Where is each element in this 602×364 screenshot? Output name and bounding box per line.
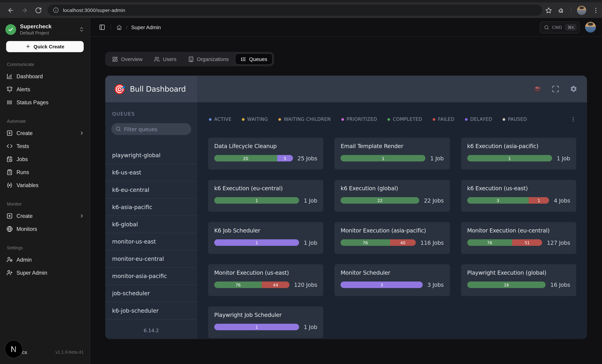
queue-list-item[interactable]: k6-global: [105, 216, 197, 233]
bar-segment-delayed: 5: [277, 155, 293, 161]
queue-card[interactable]: Monitor Execution (us-east) 7644 120 Job…: [208, 264, 323, 296]
queue-card[interactable]: k6 Execution (us-east) 31 4 Jobs: [461, 180, 576, 212]
queue-card[interactable]: Email Template Render 1 1 Job: [334, 138, 450, 169]
bar-segment-count: 76: [236, 282, 241, 287]
queue-card[interactable]: Playwright Execution (global) 16 16 Jobs: [461, 264, 576, 296]
queue-card-title: K6 Job Scheduler: [214, 227, 317, 234]
quick-create-label: Quick Create: [34, 44, 64, 49]
browser-menu-icon[interactable]: [592, 7, 599, 13]
queue-card[interactable]: Monitor Scheduler 3 3 Jobs: [334, 264, 450, 296]
url-text: localhost:3000/super-admin: [63, 7, 125, 13]
user-avatar[interactable]: [585, 22, 596, 32]
content: Overview Users Organizations Queues 🎯 Bu…: [91, 37, 602, 339]
sidebar-item-status-pages[interactable]: Status Pages: [0, 96, 90, 109]
queue-card[interactable]: k6 Execution (asia-pacific) 1 1 Job: [461, 138, 576, 169]
legend-label: PAUSED: [508, 117, 527, 122]
project-switcher[interactable]: Supercheck Default Project: [0, 18, 90, 36]
queue-filter-input[interactable]: [111, 123, 191, 135]
command-search-button[interactable]: CMD ⌘K: [540, 21, 580, 33]
queue-list-item[interactable]: monitor-eu-central: [105, 250, 197, 268]
queue-card[interactable]: Data Lifecycle Cleanup 205 25 Jobs: [208, 138, 323, 169]
address-bar[interactable]: localhost:3000/super-admin: [48, 5, 542, 16]
queue-card-jobs-count: 120 Jobs: [294, 282, 317, 288]
home-icon[interactable]: [116, 24, 122, 30]
job-status-bar: 7640: [341, 239, 416, 246]
sidebar-item-dashboard[interactable]: Dashboard: [0, 70, 90, 83]
browser-reload-icon[interactable]: [35, 7, 42, 13]
sidebar-item-create[interactable]: Create: [0, 127, 90, 140]
bar-segment-delayed: 1: [214, 239, 299, 246]
queue-list-item[interactable]: k6-eu-central: [105, 181, 197, 199]
queue-list-item[interactable]: playwright-global: [105, 147, 197, 164]
browser-forward-icon[interactable]: [21, 7, 28, 13]
settings-gear-icon[interactable]: [570, 85, 578, 93]
site-info-icon[interactable]: [53, 7, 59, 13]
queue-list-item[interactable]: k6-job-scheduler: [105, 302, 197, 320]
queue-card-title: Monitor Scheduler: [341, 270, 444, 276]
sidebar-item-admin[interactable]: Admin: [0, 253, 90, 266]
sidebar-item-jobs[interactable]: Jobs: [0, 153, 90, 166]
redis-icon[interactable]: [534, 85, 541, 93]
sidebar-section: Automate Create Tests Jobs Runs Variable…: [0, 119, 90, 192]
queue-list-item[interactable]: job-scheduler: [105, 285, 197, 302]
queue-card-bar-row: 1 1 Job: [341, 155, 444, 161]
extensions-icon[interactable]: [558, 7, 565, 13]
tab-queues[interactable]: Queues: [235, 53, 272, 65]
sidebar-item-super-admin[interactable]: Super Admin: [0, 266, 90, 279]
queue-card[interactable]: k6 Execution (eu-central) 1 1 Job: [208, 180, 323, 212]
queue-list-item[interactable]: monitor-us-east: [105, 233, 197, 250]
fullscreen-icon[interactable]: [552, 85, 559, 93]
sidebar-section-items: Admin Super Admin: [0, 253, 90, 279]
tab-users[interactable]: Users: [149, 53, 182, 65]
bar-segment-failed: 44: [262, 281, 289, 288]
bell-icon: [7, 86, 13, 93]
sidebar-item-tests[interactable]: Tests: [0, 140, 90, 153]
legend-more-icon[interactable]: [570, 116, 576, 122]
queue-card[interactable]: Monitor Execution (eu-central) 7651 127 …: [461, 222, 576, 254]
sidebar-section-label: Settings: [7, 246, 90, 250]
quick-create-button[interactable]: Quick Create: [6, 41, 84, 52]
bar-segment-count: 16: [504, 282, 509, 287]
queue-card[interactable]: Playwright Job Scheduler 1 1 Job: [208, 306, 323, 338]
queue-list-item[interactable]: k6-us-east: [105, 164, 197, 181]
variable-icon: [7, 182, 13, 188]
sidebar-section-label: Communicate: [7, 62, 90, 67]
sidebar-item-monitors[interactable]: Monitors: [0, 222, 90, 235]
sidebar-toggle-icon[interactable]: [99, 24, 105, 30]
job-status-bar: 1: [214, 239, 299, 246]
app-header: / Super Admin CMD ⌘K: [91, 18, 602, 37]
bull-body: QUEUES playwright-global k6-us-east k6-e…: [105, 102, 587, 339]
queue-card[interactable]: k6 Execution (global) 22 22 Jobs: [334, 180, 450, 212]
sidebar-item-variables[interactable]: Variables: [0, 179, 90, 192]
tab-organizations[interactable]: Organizations: [183, 53, 234, 65]
browser-back-icon[interactable]: [7, 7, 14, 13]
queue-card[interactable]: Monitor Execution (asia-pacific) 7640 11…: [334, 222, 450, 254]
sidebar-item-create[interactable]: Create: [0, 209, 90, 222]
nextjs-dev-badge[interactable]: N: [5, 340, 23, 358]
queue-card[interactable]: K6 Job Scheduler 1 1 Job: [208, 222, 323, 254]
sidebar-section-items: Create Tests Jobs Runs Variables: [0, 127, 90, 192]
sidebar-section: Communicate Dashboard Alerts Status Page…: [0, 62, 90, 109]
legend-dot: [341, 118, 344, 121]
legend-item: ACTIVE: [209, 117, 231, 122]
chart-column-icon: [7, 73, 13, 79]
tab-overview[interactable]: Overview: [107, 53, 148, 65]
job-status-bar: 3: [341, 281, 423, 288]
bar-segment-count: 3: [496, 198, 499, 203]
bar-segment-count: 76: [487, 240, 492, 245]
sidebar-section-label: Monitor: [7, 202, 90, 206]
project-subtitle: Default Project: [20, 31, 51, 36]
queue-list-item[interactable]: monitor-asia-pacific: [105, 268, 197, 285]
tabbar: Overview Users Organizations Queues: [105, 52, 274, 66]
queue-list-item[interactable]: k6-asia-pacific: [105, 199, 197, 216]
chevrons-up-down-icon[interactable]: [79, 27, 85, 32]
browser-profile-avatar[interactable]: [577, 6, 586, 15]
sidebar-item-runs[interactable]: Runs: [0, 166, 90, 179]
sidebar-item-alerts[interactable]: Alerts: [0, 83, 90, 96]
toolbar-divider: [571, 7, 571, 13]
job-status-bar: 31: [467, 197, 549, 204]
queue-card-jobs-count: 1 Job: [304, 239, 317, 246]
legend-label: DELAYED: [470, 117, 492, 122]
bookmark-star-icon[interactable]: [545, 7, 552, 13]
search-icon: [116, 126, 121, 132]
